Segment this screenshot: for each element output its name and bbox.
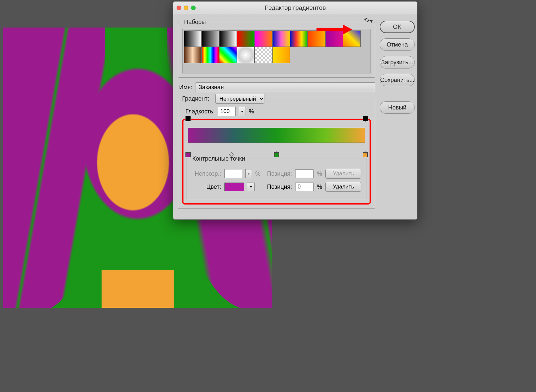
opacity-stop[interactable] — [363, 116, 368, 121]
preset-swatch[interactable] — [219, 47, 237, 63]
color-stop[interactable] — [274, 152, 279, 157]
opacity-position-label: Позиция: — [267, 170, 292, 177]
smoothness-input[interactable] — [218, 107, 236, 116]
color-row: Цвет: ▾ Позиция: % Удалить — [192, 182, 361, 192]
color-position-unit: % — [317, 184, 322, 190]
name-input[interactable] — [196, 82, 375, 92]
window-controls — [177, 6, 196, 10]
opacity-input — [224, 169, 242, 178]
load-button[interactable]: Загрузить... — [380, 56, 414, 69]
gradient-type-select[interactable]: Непрерывный — [215, 94, 264, 104]
preset-swatch[interactable] — [255, 30, 272, 47]
close-icon[interactable] — [177, 6, 181, 10]
smoothness-unit: % — [249, 108, 254, 115]
gradient-bar[interactable] — [188, 128, 365, 143]
opacity-row: Непрозр.: ▾ % Позиция: % Удалить — [192, 169, 361, 179]
color-stop[interactable] — [185, 152, 191, 157]
opacity-position-input — [295, 169, 314, 178]
opacity-label: Непрозр.: — [192, 170, 221, 177]
opacity-position-unit: % — [317, 170, 322, 177]
preset-swatch[interactable] — [255, 47, 272, 63]
chevron-down-icon[interactable]: ▾ — [247, 183, 255, 191]
delete-color-button[interactable]: Удалить — [325, 182, 361, 192]
opacity-unit: % — [255, 170, 260, 177]
smoothness-label: Гладкость: — [185, 108, 215, 115]
preset-swatch[interactable] — [237, 30, 255, 47]
artwork-shape — [102, 270, 174, 308]
titlebar[interactable]: Редактор градиентов — [173, 2, 417, 14]
preset-swatch[interactable] — [290, 30, 308, 47]
cancel-button[interactable]: Отмена — [380, 38, 414, 51]
presets-legend: Наборы — [182, 19, 208, 26]
presets-grid[interactable] — [182, 29, 371, 73]
zoom-icon[interactable] — [191, 6, 196, 10]
name-label: Имя: — [179, 84, 192, 91]
color-position-input[interactable] — [295, 183, 314, 191]
color-position-label: Позиция: — [267, 184, 292, 190]
opacity-stop[interactable] — [185, 116, 191, 121]
preset-swatch[interactable] — [201, 47, 219, 63]
chevron-down-icon[interactable]: ▾ — [239, 107, 245, 116]
gear-icon[interactable]: ▾ — [364, 17, 373, 25]
control-points-fieldset: Контрольные точки Непрозр.: ▾ % Позиция:… — [186, 155, 367, 199]
preset-swatch[interactable] — [201, 30, 219, 47]
gradient-fieldset: Градиент: Непрерывный Гладкость: ▾ % — [178, 97, 375, 209]
new-button[interactable]: Новый — [380, 101, 414, 114]
preset-swatch[interactable] — [219, 30, 237, 47]
delete-opacity-button: Удалить — [325, 169, 361, 179]
chevron-down-icon: ▾ — [245, 169, 252, 178]
highlight-annotation: Контрольные точки Непрозр.: ▾ % Позиция:… — [182, 119, 371, 205]
color-stop[interactable] — [363, 152, 368, 157]
save-button[interactable]: Сохранить... — [380, 74, 414, 86]
control-points-legend: Контрольные точки — [190, 155, 247, 162]
dialog-title: Редактор градиентов — [173, 4, 417, 11]
color-swatch[interactable] — [224, 183, 244, 191]
minimize-icon[interactable] — [184, 6, 188, 10]
preset-swatch[interactable] — [184, 30, 201, 47]
preset-swatch[interactable] — [272, 47, 290, 63]
ok-button[interactable]: OK — [380, 21, 414, 33]
presets-fieldset: Наборы ▾ — [178, 19, 375, 78]
gradient-editor-dialog: Редактор градиентов Наборы ▾ — [173, 1, 417, 220]
gradient-bar-editor[interactable] — [186, 122, 367, 151]
preset-swatch[interactable] — [343, 30, 361, 47]
preset-swatch[interactable] — [308, 30, 325, 47]
preset-swatch[interactable] — [184, 47, 201, 63]
color-label: Цвет: — [192, 184, 221, 190]
preset-swatch[interactable] — [272, 30, 290, 47]
preset-swatch[interactable] — [237, 47, 255, 63]
gradient-type-label: Градиент: — [182, 95, 211, 102]
preset-swatch[interactable] — [325, 30, 343, 47]
